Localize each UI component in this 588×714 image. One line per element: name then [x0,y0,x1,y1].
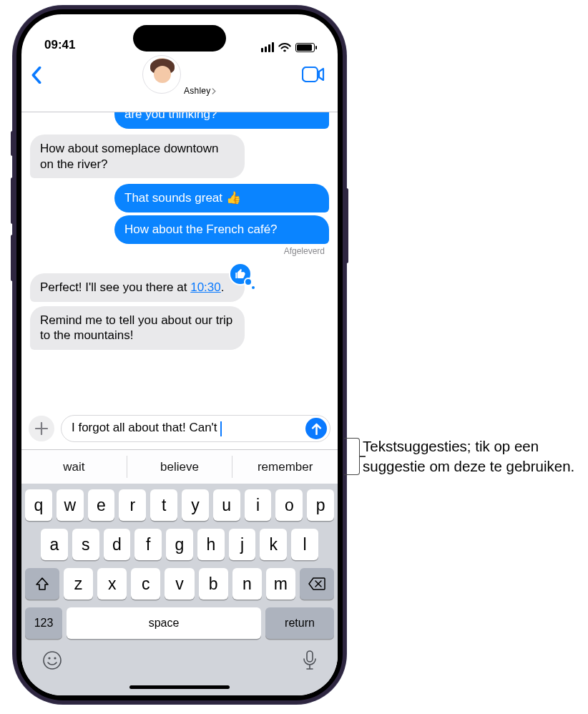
contact-name: Ashley [184,86,210,96]
key-x[interactable]: x [97,568,127,600]
volume-up-button [11,177,14,224]
suggestion-item[interactable]: remember [232,456,338,478]
keyboard-row-4: 123 space return [25,607,334,639]
key-w[interactable]: w [57,489,84,521]
key-u[interactable]: u [213,489,240,521]
mute-switch [11,131,14,156]
key-y[interactable]: y [182,489,209,521]
side-button [345,188,348,263]
key-r[interactable]: r [119,489,146,521]
key-q[interactable]: q [25,489,52,521]
conversation-header: Ashley [21,54,338,112]
keyboard-row-1: q w e r t y u i o p [25,489,334,521]
status-time: 09:41 [44,38,75,52]
volume-down-button [11,235,14,281]
key-f[interactable]: f [134,529,162,560]
suggestion-item[interactable]: wait [21,450,127,484]
key-j[interactable]: j [229,529,256,560]
iphone-frame: 09:41 Ashley [13,6,346,704]
sent-message[interactable]: are you thinking? [114,112,329,129]
tapback-thumbs-up-icon[interactable] [229,263,252,285]
dictation-key[interactable] [303,650,317,670]
received-message[interactable]: How about someplace downtown on the rive… [30,135,245,179]
predictive-suggestions: wait believe remember [21,449,338,484]
callout-bracket [344,438,360,475]
suggestion-item[interactable]: believe [127,456,232,478]
key-i[interactable]: i [245,489,272,521]
screen: 09:41 Ashley [21,14,338,695]
return-key[interactable]: return [265,607,334,639]
text-cursor [220,421,222,436]
battery-icon [295,43,315,52]
svg-point-3 [54,657,56,659]
home-indicator[interactable] [129,685,230,689]
sent-message[interactable]: That sounds great 👍 [114,184,329,212]
keyboard-row-2: a s d f g h j k l [25,529,334,560]
key-p[interactable]: p [307,489,334,521]
key-s[interactable]: s [72,529,99,560]
key-k[interactable]: k [260,529,287,560]
cellular-icon [261,42,275,52]
delivery-status: Afgeleverd [30,246,325,256]
key-v[interactable]: v [165,568,194,600]
key-z[interactable]: z [64,568,93,600]
keyboard: q w e r t y u i o p a s d f g h j k l [21,484,338,695]
key-l[interactable]: l [291,529,318,560]
key-t[interactable]: t [150,489,177,521]
key-o[interactable]: o [275,489,303,521]
back-button[interactable] [31,67,41,84]
avatar [142,55,181,94]
contact-info-button[interactable]: Ashley [142,55,217,97]
compose-bar: I forgot all about that! Can't [21,411,338,449]
add-attachment-button[interactable] [29,416,54,441]
message-input[interactable]: I forgot all about that! Can't [61,415,330,442]
space-key[interactable]: space [67,607,261,639]
key-d[interactable]: d [104,529,131,560]
dynamic-island [133,25,226,52]
send-button[interactable] [305,418,327,439]
key-e[interactable]: e [88,489,115,521]
key-g[interactable]: g [166,529,193,560]
sent-message[interactable]: How about the French café? [114,215,329,244]
key-h[interactable]: h [197,529,225,560]
key-b[interactable]: b [199,568,228,600]
emoji-key[interactable] [42,650,62,670]
keyboard-row-3: z x c v b n m [25,568,334,600]
numbers-key[interactable]: 123 [25,607,62,639]
received-message[interactable]: Perfect! I'll see you there at 10:30. [30,273,245,302]
svg-point-1 [44,652,61,669]
key-a[interactable]: a [41,529,68,560]
key-n[interactable]: n [232,568,262,600]
annotation-callout: Tekstsuggesties; tik op een suggestie om… [363,436,577,476]
key-m[interactable]: m [266,568,295,600]
chevron-right-icon [212,88,217,94]
svg-point-2 [48,657,50,659]
time-link[interactable]: 10:30 [190,280,221,294]
facetime-button[interactable] [302,67,325,82]
delete-key[interactable] [300,568,334,600]
callout-text: Tekstsuggesties; tik op een suggestie om… [363,436,577,476]
key-c[interactable]: c [131,568,160,600]
message-thread[interactable]: are you thinking? How about someplace do… [21,112,338,411]
svg-rect-0 [303,67,318,82]
wifi-icon [278,43,291,52]
shift-key[interactable] [25,568,59,600]
svg-rect-4 [307,651,313,662]
received-message[interactable]: Remind me to tell you about our trip to … [30,306,245,351]
